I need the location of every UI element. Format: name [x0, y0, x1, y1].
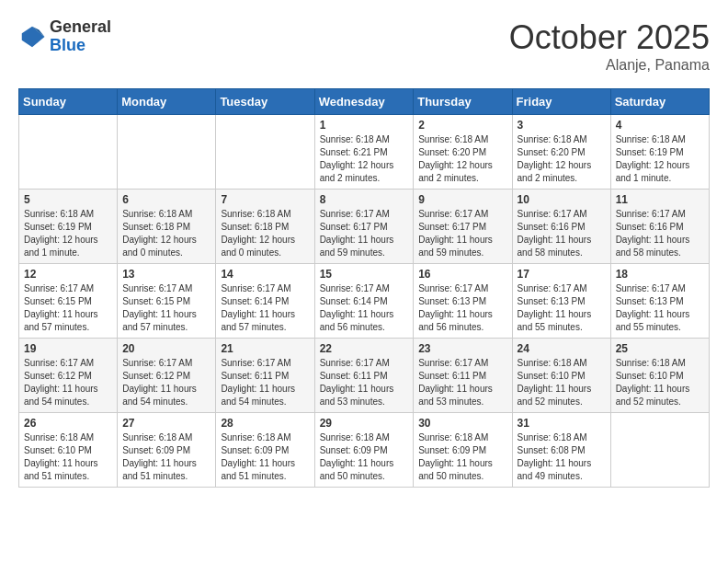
- calendar-cell: 11Sunrise: 6:17 AM Sunset: 6:16 PM Dayli…: [610, 190, 709, 264]
- calendar-header-saturday: Saturday: [610, 89, 709, 115]
- calendar-header-tuesday: Tuesday: [216, 89, 314, 115]
- calendar-cell: 9Sunrise: 6:17 AM Sunset: 6:17 PM Daylig…: [414, 190, 512, 264]
- day-info: Sunrise: 6:18 AM Sunset: 6:20 PM Dayligh…: [418, 133, 506, 185]
- calendar-cell: 27Sunrise: 6:18 AM Sunset: 6:09 PM Dayli…: [118, 413, 216, 488]
- day-number: 1: [320, 119, 409, 132]
- calendar-cell: 19Sunrise: 6:17 AM Sunset: 6:12 PM Dayli…: [19, 339, 118, 413]
- day-number: 28: [221, 417, 309, 430]
- day-number: 18: [616, 268, 704, 281]
- day-number: 31: [518, 417, 606, 430]
- day-number: 23: [418, 342, 506, 355]
- logo: General Blue: [18, 18, 111, 55]
- day-info: Sunrise: 6:17 AM Sunset: 6:16 PM Dayligh…: [616, 208, 704, 259]
- calendar-cell: 21Sunrise: 6:17 AM Sunset: 6:11 PM Dayli…: [216, 339, 314, 413]
- calendar-cell: [118, 115, 216, 190]
- day-number: 16: [418, 268, 506, 281]
- calendar-table: SundayMondayTuesdayWednesdayThursdayFrid…: [18, 88, 710, 488]
- day-info: Sunrise: 6:17 AM Sunset: 6:14 PM Dayligh…: [221, 282, 309, 334]
- day-number: 29: [320, 417, 409, 430]
- day-info: Sunrise: 6:17 AM Sunset: 6:17 PM Dayligh…: [418, 208, 506, 259]
- day-number: 12: [24, 268, 112, 281]
- calendar-cell: 30Sunrise: 6:18 AM Sunset: 6:09 PM Dayli…: [414, 413, 512, 488]
- day-info: Sunrise: 6:18 AM Sunset: 6:19 PM Dayligh…: [24, 208, 112, 259]
- calendar-week-row: 1Sunrise: 6:18 AM Sunset: 6:21 PM Daylig…: [19, 115, 710, 190]
- day-info: Sunrise: 6:17 AM Sunset: 6:14 PM Dayligh…: [320, 282, 409, 334]
- calendar-cell: 12Sunrise: 6:17 AM Sunset: 6:15 PM Dayli…: [19, 264, 118, 339]
- calendar-week-row: 12Sunrise: 6:17 AM Sunset: 6:15 PM Dayli…: [19, 264, 710, 339]
- day-number: 30: [418, 417, 506, 430]
- calendar-header-friday: Friday: [512, 89, 610, 115]
- day-number: 3: [518, 119, 606, 132]
- day-number: 25: [616, 342, 704, 355]
- calendar-header-sunday: Sunday: [19, 89, 118, 115]
- day-info: Sunrise: 6:18 AM Sunset: 6:09 PM Dayligh…: [221, 431, 309, 483]
- day-info: Sunrise: 6:18 AM Sunset: 6:19 PM Dayligh…: [616, 133, 704, 185]
- calendar-cell: 24Sunrise: 6:18 AM Sunset: 6:10 PM Dayli…: [512, 339, 610, 413]
- calendar-cell: 26Sunrise: 6:18 AM Sunset: 6:10 PM Dayli…: [19, 413, 118, 488]
- calendar-cell: 22Sunrise: 6:17 AM Sunset: 6:11 PM Dayli…: [314, 339, 414, 413]
- calendar-cell: 18Sunrise: 6:17 AM Sunset: 6:13 PM Dayli…: [610, 264, 709, 339]
- calendar-header-row: SundayMondayTuesdayWednesdayThursdayFrid…: [19, 89, 710, 115]
- day-info: Sunrise: 6:17 AM Sunset: 6:17 PM Dayligh…: [320, 208, 409, 259]
- day-info: Sunrise: 6:18 AM Sunset: 6:21 PM Dayligh…: [320, 133, 409, 185]
- day-number: 8: [320, 193, 409, 206]
- calendar-cell: 10Sunrise: 6:17 AM Sunset: 6:16 PM Dayli…: [512, 190, 610, 264]
- page-header: General Blue October 2025 Alanje, Panama: [18, 18, 710, 74]
- calendar-header-monday: Monday: [118, 89, 216, 115]
- day-info: Sunrise: 6:17 AM Sunset: 6:12 PM Dayligh…: [122, 357, 210, 408]
- day-info: Sunrise: 6:18 AM Sunset: 6:09 PM Dayligh…: [418, 431, 506, 483]
- day-info: Sunrise: 6:18 AM Sunset: 6:09 PM Dayligh…: [122, 431, 210, 483]
- logo-icon: [18, 23, 46, 51]
- day-info: Sunrise: 6:18 AM Sunset: 6:09 PM Dayligh…: [320, 431, 409, 483]
- day-info: Sunrise: 6:17 AM Sunset: 6:16 PM Dayligh…: [518, 208, 606, 259]
- day-number: 21: [221, 342, 309, 355]
- day-number: 10: [518, 193, 606, 206]
- day-number: 14: [221, 268, 309, 281]
- day-info: Sunrise: 6:17 AM Sunset: 6:15 PM Dayligh…: [24, 282, 112, 334]
- day-info: Sunrise: 6:17 AM Sunset: 6:15 PM Dayligh…: [122, 282, 210, 334]
- day-number: 5: [24, 193, 112, 206]
- calendar-cell: 17Sunrise: 6:17 AM Sunset: 6:13 PM Dayli…: [512, 264, 610, 339]
- calendar-cell: [216, 115, 314, 190]
- day-number: 27: [122, 417, 210, 430]
- calendar-cell: 8Sunrise: 6:17 AM Sunset: 6:17 PM Daylig…: [314, 190, 414, 264]
- day-info: Sunrise: 6:17 AM Sunset: 6:11 PM Dayligh…: [221, 357, 309, 408]
- day-number: 17: [518, 268, 606, 281]
- day-info: Sunrise: 6:18 AM Sunset: 6:10 PM Dayligh…: [24, 431, 112, 483]
- day-number: 9: [418, 193, 506, 206]
- day-number: 24: [518, 342, 606, 355]
- calendar-week-row: 5Sunrise: 6:18 AM Sunset: 6:19 PM Daylig…: [19, 190, 710, 264]
- location-subtitle: Alanje, Panama: [509, 57, 710, 74]
- day-number: 15: [320, 268, 409, 281]
- day-number: 4: [616, 119, 704, 132]
- day-number: 2: [418, 119, 506, 132]
- day-number: 22: [320, 342, 409, 355]
- calendar-cell: 29Sunrise: 6:18 AM Sunset: 6:09 PM Dayli…: [314, 413, 414, 488]
- calendar-cell: 31Sunrise: 6:18 AM Sunset: 6:08 PM Dayli…: [512, 413, 610, 488]
- day-number: 11: [616, 193, 704, 206]
- day-number: 6: [122, 193, 210, 206]
- calendar-cell: 6Sunrise: 6:18 AM Sunset: 6:18 PM Daylig…: [118, 190, 216, 264]
- calendar-cell: 7Sunrise: 6:18 AM Sunset: 6:18 PM Daylig…: [216, 190, 314, 264]
- calendar-cell: [610, 413, 709, 488]
- svg-marker-0: [22, 27, 45, 48]
- calendar-week-row: 26Sunrise: 6:18 AM Sunset: 6:10 PM Dayli…: [19, 413, 710, 488]
- logo-text: General Blue: [50, 18, 111, 55]
- month-title: October 2025: [509, 18, 710, 57]
- calendar-cell: 23Sunrise: 6:17 AM Sunset: 6:11 PM Dayli…: [414, 339, 512, 413]
- calendar-cell: 5Sunrise: 6:18 AM Sunset: 6:19 PM Daylig…: [19, 190, 118, 264]
- calendar-header-wednesday: Wednesday: [314, 89, 414, 115]
- day-info: Sunrise: 6:18 AM Sunset: 6:18 PM Dayligh…: [122, 208, 210, 259]
- logo-general: General: [50, 18, 111, 37]
- calendar-cell: 3Sunrise: 6:18 AM Sunset: 6:20 PM Daylig…: [512, 115, 610, 190]
- day-number: 7: [221, 193, 309, 206]
- logo-blue: Blue: [50, 37, 111, 55]
- day-info: Sunrise: 6:18 AM Sunset: 6:10 PM Dayligh…: [616, 357, 704, 408]
- day-number: 13: [122, 268, 210, 281]
- calendar-cell: 13Sunrise: 6:17 AM Sunset: 6:15 PM Dayli…: [118, 264, 216, 339]
- calendar-cell: 25Sunrise: 6:18 AM Sunset: 6:10 PM Dayli…: [610, 339, 709, 413]
- day-info: Sunrise: 6:18 AM Sunset: 6:18 PM Dayligh…: [221, 208, 309, 259]
- calendar-cell: 15Sunrise: 6:17 AM Sunset: 6:14 PM Dayli…: [314, 264, 414, 339]
- day-info: Sunrise: 6:17 AM Sunset: 6:11 PM Dayligh…: [320, 357, 409, 408]
- day-info: Sunrise: 6:17 AM Sunset: 6:12 PM Dayligh…: [24, 357, 112, 408]
